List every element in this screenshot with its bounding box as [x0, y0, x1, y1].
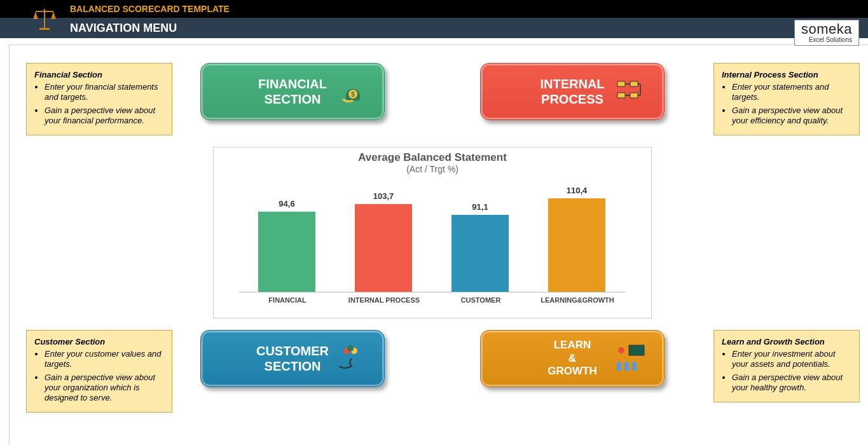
customer-section-button[interactable]: CUSTOMER SECTION: [200, 330, 385, 387]
chart-container: Average Balanced Statement (Act / Trgt %…: [213, 147, 652, 318]
customers-icon: [335, 342, 368, 376]
chart-bar: 91,1: [451, 215, 509, 292]
svg-rect-24: [631, 367, 637, 371]
chart-title: Average Balanced Statement: [214, 151, 651, 164]
main-canvas: Financial Section Enter your financial s…: [9, 44, 868, 445]
chart-category-label: FINANCIAL: [239, 296, 336, 304]
header-template-bar: BALANCED SCORECARD TEMPLATE: [0, 0, 868, 18]
svg-rect-7: [617, 93, 625, 98]
svg-rect-5: [617, 81, 625, 86]
chart-bar: 103,7: [355, 204, 412, 292]
svg-rect-6: [630, 81, 638, 86]
svg-text:$: $: [351, 91, 355, 98]
svg-rect-8: [630, 93, 638, 98]
note-customer: Customer Section Enter your customer val…: [26, 330, 172, 413]
chart-category-label: LEARNING&GROWTH: [529, 296, 626, 304]
svg-rect-23: [624, 367, 629, 371]
header-nav-bar: NAVIGATION MENU someka Excel Solutions: [0, 18, 868, 38]
training-icon: [612, 341, 648, 376]
svg-point-21: [631, 362, 637, 367]
financial-section-button[interactable]: FINANCIAL SECTION $: [200, 63, 385, 120]
chart-category-label: CUSTOMER: [432, 296, 529, 304]
flow-chart-icon: [615, 75, 648, 109]
internal-process-button[interactable]: INTERNAL PROCESS: [480, 63, 665, 120]
svg-point-18: [618, 347, 624, 353]
chart-bar: 110,4: [548, 198, 605, 292]
money-bag-icon: $: [338, 75, 368, 109]
note-internal: Internal Process Section Enter your stat…: [713, 63, 860, 135]
note-financial: Financial Section Enter your financial s…: [26, 63, 172, 135]
svg-rect-17: [629, 345, 644, 355]
svg-rect-2: [39, 28, 50, 30]
note-learn: Learn and Growth Section Enter your inve…: [713, 330, 860, 402]
svg-rect-22: [616, 367, 621, 371]
chart-xaxis: FINANCIALINTERNAL PROCESSCUSTOMERLEARNIN…: [239, 296, 626, 304]
brand-logo: someka Excel Solutions: [794, 20, 859, 46]
chart-subtitle: (Act / Trgt %): [214, 164, 651, 174]
svg-point-16: [347, 345, 354, 352]
chart-category-label: INTERNAL PROCESS: [336, 296, 432, 304]
svg-point-20: [624, 362, 629, 367]
template-title: BALANCED SCORECARD TEMPLATE: [70, 4, 230, 14]
learn-growth-button[interactable]: LEARN & GROWTH: [480, 330, 665, 387]
scales-icon: [31, 5, 59, 36]
chart-bar: 94,6: [258, 212, 315, 292]
nav-title: NAVIGATION MENU: [70, 22, 177, 35]
svg-point-19: [616, 362, 621, 367]
chart-plot: 94,6103,791,1110,4: [239, 178, 626, 292]
